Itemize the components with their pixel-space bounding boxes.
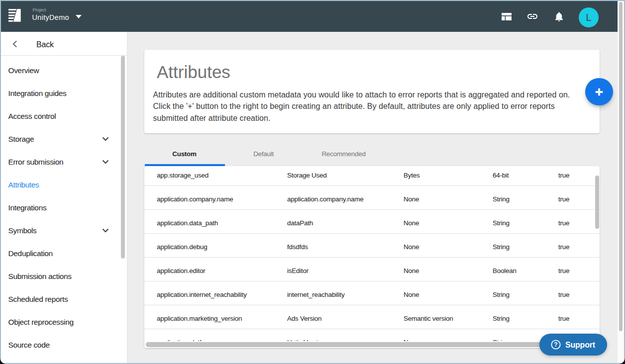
svg-text:?: ? [554,341,557,348]
